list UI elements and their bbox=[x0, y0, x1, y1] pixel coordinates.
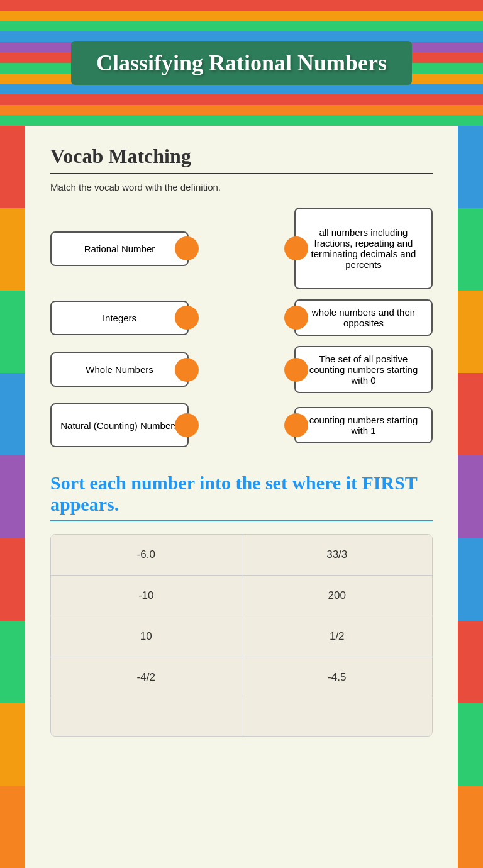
term-whole-numbers[interactable]: Whole Numbers bbox=[50, 352, 189, 387]
term-rational-label: Rational Number bbox=[84, 243, 155, 254]
term-integers-label: Integers bbox=[103, 313, 136, 323]
def-integers-text: whole numbers and their opposites bbox=[303, 307, 424, 328]
sort-title: Sort each number into the set where it F… bbox=[50, 472, 433, 521]
term-circle-4[interactable] bbox=[175, 413, 199, 437]
sort-row-2: -10 200 bbox=[51, 576, 432, 616]
stripe-11 bbox=[0, 105, 483, 116]
lstripe-8 bbox=[0, 703, 25, 786]
def-circle-1[interactable] bbox=[284, 236, 308, 260]
sort-cell-5-right[interactable] bbox=[242, 698, 433, 736]
right-side-stripe bbox=[458, 126, 483, 868]
rstripe-6 bbox=[458, 538, 483, 621]
stripe-3 bbox=[0, 21, 483, 31]
def-rational-number[interactable]: all numbers including fractions, repeati… bbox=[294, 208, 433, 289]
matching-row-3: Whole Numbers The set of all positive co… bbox=[50, 346, 433, 393]
header-banner: Classifying Rational Numbers bbox=[0, 0, 483, 126]
lstripe-1 bbox=[0, 126, 25, 208]
page-title: Classifying Rational Numbers bbox=[96, 50, 387, 76]
sort-row-5 bbox=[51, 698, 432, 736]
sort-row-4: -4/2 -4.5 bbox=[51, 657, 432, 698]
rstripe-7 bbox=[458, 621, 483, 703]
sort-row-3: 10 1/2 bbox=[51, 616, 432, 657]
stripe-2 bbox=[0, 11, 483, 21]
term-integers[interactable]: Integers bbox=[50, 301, 189, 335]
lstripe-7 bbox=[0, 621, 25, 703]
content-area: Vocab Matching Match the vocab word with… bbox=[0, 126, 483, 868]
sort-cell-2-left[interactable]: -10 bbox=[51, 576, 242, 616]
sort-row-1: -6.0 33/3 bbox=[51, 535, 432, 576]
lstripe-2 bbox=[0, 208, 25, 291]
rstripe-1 bbox=[458, 126, 483, 208]
lstripe-5 bbox=[0, 455, 25, 538]
left-side-stripe bbox=[0, 126, 25, 868]
def-integers[interactable]: whole numbers and their opposites bbox=[294, 299, 433, 336]
def-rational-text: all numbers including fractions, repeati… bbox=[303, 227, 424, 270]
sort-cell-5-left[interactable] bbox=[51, 698, 242, 736]
def-natural-text: counting numbers starting with 1 bbox=[303, 415, 424, 436]
sort-cell-4-right[interactable]: -4.5 bbox=[242, 657, 433, 698]
term-whole-label: Whole Numbers bbox=[86, 364, 153, 375]
lstripe-3 bbox=[0, 291, 25, 373]
matching-row-2: Integers whole numbers and their opposit… bbox=[50, 299, 433, 336]
lstripe-9 bbox=[0, 786, 25, 868]
def-circle-2[interactable] bbox=[284, 306, 308, 330]
stripe-12 bbox=[0, 115, 483, 126]
title-banner: Classifying Rational Numbers bbox=[71, 41, 412, 85]
def-circle-3[interactable] bbox=[284, 358, 308, 382]
term-circle-1[interactable] bbox=[175, 236, 199, 260]
sort-cell-2-right[interactable]: 200 bbox=[242, 576, 433, 616]
main-content: Vocab Matching Match the vocab word with… bbox=[25, 126, 458, 868]
matching-row-4: Natural (Counting) Numbers counting numb… bbox=[50, 403, 433, 447]
vocab-title: Vocab Matching bbox=[50, 145, 433, 174]
def-circle-4[interactable] bbox=[284, 413, 308, 437]
sort-cell-3-left[interactable]: 10 bbox=[51, 616, 242, 657]
vocab-subtitle: Match the vocab word with the definition… bbox=[50, 182, 433, 192]
term-natural-numbers[interactable]: Natural (Counting) Numbers bbox=[50, 403, 189, 447]
term-natural-label: Natural (Counting) Numbers bbox=[60, 420, 179, 431]
sort-cell-4-left[interactable]: -4/2 bbox=[51, 657, 242, 698]
rstripe-2 bbox=[458, 208, 483, 291]
lstripe-4 bbox=[0, 373, 25, 455]
rstripe-3 bbox=[458, 291, 483, 373]
term-rational-number[interactable]: Rational Number bbox=[50, 231, 189, 266]
sort-grid: -6.0 33/3 -10 200 10 1/2 -4/2 -4.5 bbox=[50, 534, 433, 737]
rstripe-9 bbox=[458, 786, 483, 868]
sort-cell-3-right[interactable]: 1/2 bbox=[242, 616, 433, 657]
def-whole-text: The set of all positive counting numbers… bbox=[303, 353, 424, 386]
stripe-1 bbox=[0, 0, 483, 11]
term-circle-2[interactable] bbox=[175, 306, 199, 330]
matching-container: Rational Number all numbers including fr… bbox=[50, 208, 433, 447]
lstripe-6 bbox=[0, 538, 25, 621]
matching-row-1: Rational Number all numbers including fr… bbox=[50, 208, 433, 289]
def-natural-numbers[interactable]: counting numbers starting with 1 bbox=[294, 407, 433, 443]
rstripe-8 bbox=[458, 703, 483, 786]
def-whole-numbers[interactable]: The set of all positive counting numbers… bbox=[294, 346, 433, 393]
rstripe-5 bbox=[458, 455, 483, 538]
rstripe-4 bbox=[458, 373, 483, 455]
stripe-9 bbox=[0, 84, 483, 94]
sort-cell-1-left[interactable]: -6.0 bbox=[51, 535, 242, 575]
stripe-10 bbox=[0, 94, 483, 105]
term-circle-3[interactable] bbox=[175, 358, 199, 382]
sort-cell-1-right[interactable]: 33/3 bbox=[242, 535, 433, 575]
